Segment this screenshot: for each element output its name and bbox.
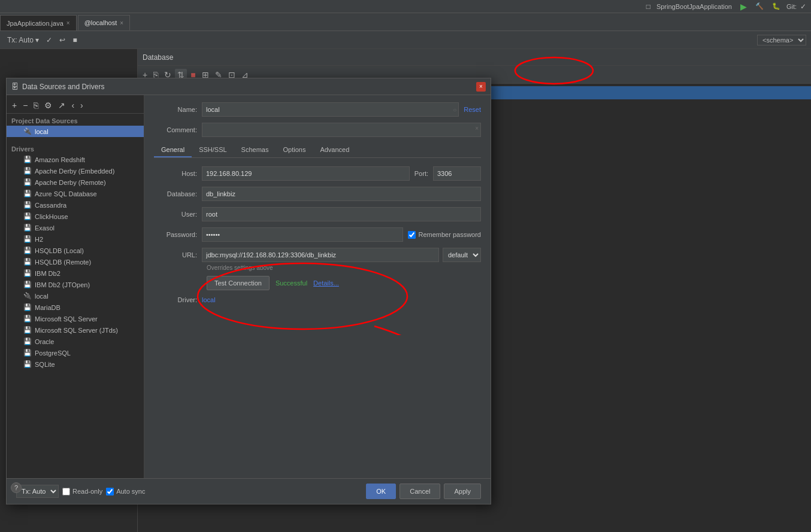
port-label: Port: (410, 170, 433, 177)
driver-label: Driver: (154, 296, 202, 303)
tx-dropdown[interactable]: Tx: Auto ▾ (5, 35, 41, 45)
copy-datasource-btn[interactable]: ⎘ (32, 100, 40, 111)
help-button[interactable]: ? (11, 482, 22, 493)
user-row: User: (154, 207, 481, 221)
driver-icon-mssql-jtds: 💾 (23, 326, 32, 334)
export-datasource-btn[interactable]: ↗ (56, 100, 67, 111)
commit-button[interactable]: ✓ (44, 35, 55, 45)
undo-button[interactable]: ↩ (57, 35, 68, 45)
driver-hsqldb-local[interactable]: 💾 HSQLDB (Local) (7, 245, 144, 256)
driver-mariadb[interactable]: 💾 MariaDB (7, 302, 144, 313)
tab-jpa[interactable]: JpaApplication.java × (0, 15, 77, 31)
driver-exasol[interactable]: 💾 Exasol (7, 222, 144, 233)
tab-localhost-label: @localhost (84, 19, 117, 26)
readonly-checkbox[interactable] (62, 488, 70, 495)
autosync-label[interactable]: Auto sync (106, 488, 145, 495)
driver-sqlite[interactable]: 💾 SQLite (7, 358, 144, 370)
driver-oracle[interactable]: 💾 Oracle (7, 336, 144, 347)
driver-postgresql[interactable]: 💾 PostgreSQL (7, 347, 144, 358)
comment-input[interactable] (202, 123, 481, 137)
driver-icon-ibm-db2-jt: 💾 (23, 281, 32, 288)
url-row: URL: default (154, 248, 481, 262)
driver-label-clickhouse: ClickHouse (35, 213, 68, 220)
git-label: Git: (786, 3, 797, 10)
driver-label-mssql: Microsoft SQL Server (35, 315, 98, 323)
driver-cassandra[interactable]: 💾 Cassandra (7, 199, 144, 211)
driver-clickhouse[interactable]: 💾 ClickHouse (7, 211, 144, 222)
run-button[interactable]: ▶ (738, 1, 749, 12)
remember-password-label[interactable]: Remember password (408, 231, 481, 239)
window-icon: □ (646, 2, 650, 11)
driver-ibm-db2[interactable]: 💾 IBM Db2 (7, 267, 144, 279)
driver-h2[interactable]: 💾 H2 (7, 233, 144, 245)
reset-button[interactable]: Reset (464, 106, 481, 113)
data-sources-dialog: 🗄 Data Sources and Drivers × + − ⎘ ⚙ ↗ ‹… (6, 78, 491, 504)
driver-amazon-redshift[interactable]: 💾 Amazon Redshift (7, 154, 144, 165)
host-input[interactable] (202, 166, 410, 181)
driver-icon-local: 🔌 (23, 292, 32, 300)
driver-mssql-jtds[interactable]: 💾 Microsoft SQL Server (JTds) (7, 324, 144, 336)
driver-label-azure: Azure SQL Database (35, 190, 97, 197)
apply-button[interactable]: Apply (444, 484, 481, 499)
readonly-label[interactable]: Read-only (62, 488, 102, 495)
stop-button[interactable]: ■ (70, 35, 79, 45)
autosync-checkbox[interactable] (106, 488, 114, 495)
password-row: Password: Remember password (154, 227, 481, 242)
dialog-titlebar: 🗄 Data Sources and Drivers × (7, 78, 491, 95)
project-datasources-header: Project Data Sources (7, 114, 144, 126)
debug-button[interactable]: 🐛 (770, 2, 783, 11)
driver-local[interactable]: 🔌 local (7, 290, 144, 302)
cancel-button[interactable]: Cancel (400, 484, 440, 499)
driver-ibm-db2-jtopen[interactable]: 💾 IBM Db2 (JTOpen) (7, 279, 144, 290)
tab-jpa-close[interactable]: × (66, 20, 70, 26)
driver-apache-derby-remote[interactable]: 💾 Apache Derby (Remote) (7, 177, 144, 188)
driver-label-hsqldb-local: HSQLDB (Local) (35, 247, 84, 254)
driver-label-mssql-jtds: Microsoft SQL Server (JTds) (35, 327, 118, 334)
name-input[interactable] (202, 102, 459, 117)
password-label: Password: (154, 231, 202, 238)
driver-hsqldb-remote[interactable]: 💾 HSQLDB (Remote) (7, 256, 144, 267)
tab-localhost-close[interactable]: × (120, 20, 123, 26)
url-input[interactable] (202, 248, 439, 262)
nav-back-btn[interactable]: ‹ (69, 100, 76, 111)
add-datasource-btn[interactable]: + (10, 100, 19, 111)
readonly-text: Read-only (72, 488, 102, 495)
local-datasource-item[interactable]: 🔌 local (7, 126, 144, 137)
remove-datasource-btn[interactable]: − (21, 100, 29, 111)
url-driver-dropdown[interactable]: default (443, 248, 481, 262)
local-datasource-label: local (35, 128, 49, 135)
schema-dropdown[interactable]: <schema> (757, 35, 806, 45)
tx-auto-dropdown[interactable]: Tx: Auto (16, 485, 59, 498)
driver-mssql[interactable]: 💾 Microsoft SQL Server (7, 313, 144, 324)
user-label: User: (154, 211, 202, 218)
driver-azure-sql[interactable]: 💾 Azure SQL Database (7, 188, 144, 199)
user-input[interactable] (202, 207, 481, 221)
driver-icon-hsqldb-remote: 💾 (23, 258, 32, 266)
driver-value-link[interactable]: local (202, 296, 216, 303)
dialog-close-button[interactable]: × (476, 82, 486, 92)
settings-datasource-btn[interactable]: ⚙ (43, 100, 54, 111)
port-input[interactable] (433, 166, 481, 181)
remember-password-checkbox[interactable] (408, 231, 416, 239)
tab-options[interactable]: Options (276, 143, 313, 157)
build-button[interactable]: 🔨 (753, 2, 766, 11)
tab-localhost[interactable]: @localhost × (78, 15, 130, 31)
tab-schemas[interactable]: Schemas (234, 143, 276, 157)
driver-label-exasol: Exasol (35, 224, 55, 232)
details-link[interactable]: Details... (313, 279, 339, 287)
password-input[interactable] (202, 227, 403, 242)
database-panel-title: Database (143, 53, 173, 62)
nav-forward-btn[interactable]: › (78, 100, 85, 111)
top-bar-right: □ SpringBootJpaApplication ▶ 🔨 🐛 Git: ✓ (646, 1, 806, 12)
driver-icon-clickhouse: 💾 (23, 212, 32, 220)
driver-apache-derby-embedded[interactable]: 💾 Apache Derby (Embedded) (7, 165, 144, 177)
database-input[interactable] (202, 187, 481, 201)
database-label: Database: (154, 190, 202, 197)
ok-button[interactable]: OK (366, 484, 396, 499)
driver-label-amazon: Amazon Redshift (35, 156, 85, 163)
project-dropdown[interactable]: SpringBootJpaApplication (654, 2, 734, 11)
tab-general[interactable]: General (154, 143, 192, 157)
test-connection-button[interactable]: Test Connection (207, 276, 270, 290)
tab-advanced[interactable]: Advanced (313, 143, 356, 157)
tab-ssh-ssl[interactable]: SSH/SSL (192, 143, 234, 157)
